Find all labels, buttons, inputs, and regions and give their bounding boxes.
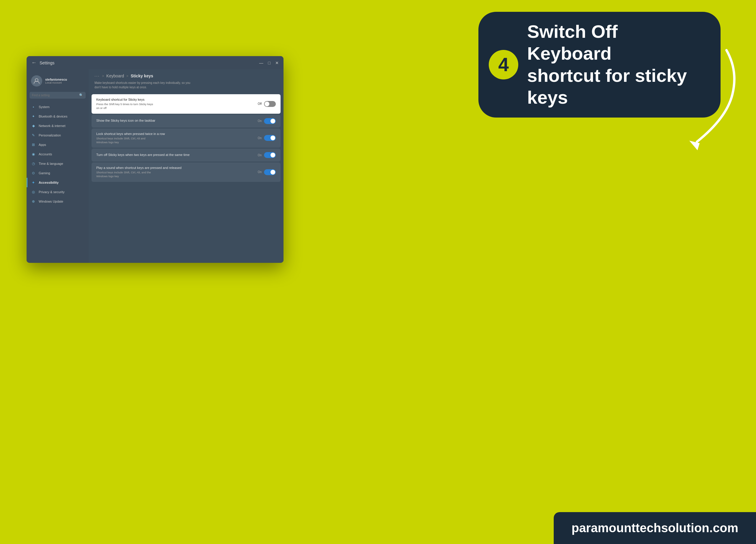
breadcrumb-active: Sticky keys: [131, 74, 153, 78]
breadcrumb: ··· > Keyboard > Sticky keys: [89, 69, 283, 81]
toggle-knob: [271, 170, 275, 175]
settings-list: Keyboard shortcut for Sticky keys Press …: [89, 94, 283, 182]
setting-title: Turn off Sticky keys when two keys are p…: [96, 153, 253, 157]
sidebar-item-bluetooth[interactable]: ✦ Bluetooth & devices: [27, 112, 89, 121]
sidebar-label: Gaming: [39, 171, 50, 175]
accounts-icon: ◉: [31, 152, 36, 157]
search-input[interactable]: [32, 94, 77, 97]
sidebar-item-windows-update[interactable]: ⊕ Windows Update: [27, 197, 89, 206]
back-button[interactable]: ←: [31, 60, 37, 66]
setting-title: Show the Sticky keys icon on the taskbar: [96, 119, 253, 122]
toggle-label: On: [258, 136, 262, 140]
window-body: stefanionescu Local Account 🔍 ▪ System ✦…: [27, 69, 283, 263]
sidebar-label: Windows Update: [39, 200, 63, 203]
user-info: stefanionescu Local Account: [45, 78, 67, 84]
arrow-decoration: [661, 47, 744, 151]
sidebar-label: Network & internet: [39, 124, 65, 128]
settings-window: ← Settings — □ ✕ stefanionescu L: [27, 56, 283, 263]
close-button[interactable]: ✕: [275, 61, 279, 65]
setting-desc: Shortcut keys include Shift, Ctrl, Alt, …: [96, 170, 253, 178]
apps-icon: ⊞: [31, 142, 36, 147]
setting-desc: Shortcut keys include Shift, Ctrl, Alt a…: [96, 136, 253, 144]
breadcrumb-sep1: >: [102, 74, 104, 78]
toggle-knob: [271, 119, 275, 123]
bluetooth-icon: ✦: [31, 114, 36, 119]
turn-off-two-keys-toggle[interactable]: [264, 152, 276, 158]
setting-text: Turn off Sticky keys when two keys are p…: [96, 153, 258, 157]
search-icon: 🔍: [79, 93, 83, 97]
setting-play-sound: Play a sound when shortcut keys are pres…: [92, 162, 281, 182]
toggle-label: On: [258, 119, 262, 123]
main-content: ··· > Keyboard > Sticky keys Make keyboa…: [89, 69, 283, 263]
sidebar-item-personalization[interactable]: ✎ Personalization: [27, 131, 89, 140]
window-controls: — □ ✕: [259, 61, 279, 65]
toggle-label: Off: [258, 102, 262, 105]
setting-lock-shortcut: Lock shortcut keys when pressed twice in…: [92, 128, 281, 148]
network-icon: ◆: [31, 123, 36, 128]
sidebar-item-system[interactable]: ▪ System: [27, 102, 89, 112]
privacy-icon: ◎: [31, 190, 36, 194]
setting-text: Show the Sticky keys icon on the taskbar: [96, 119, 258, 123]
search-box[interactable]: 🔍: [30, 92, 86, 99]
toggle-label: On: [258, 154, 262, 157]
breadcrumb-dots: ···: [95, 74, 100, 78]
setting-text: Lock shortcut keys when pressed twice in…: [96, 132, 258, 144]
lock-shortcut-toggle[interactable]: [264, 135, 276, 141]
setting-turn-off-two-keys: Turn off Sticky keys when two keys are p…: [92, 149, 281, 162]
accessibility-icon: ✦: [31, 180, 36, 185]
toggle-group: Off: [258, 101, 276, 107]
system-icon: ▪: [31, 105, 36, 109]
toggle-group: On: [258, 118, 276, 124]
toggle-knob: [265, 102, 269, 106]
watermark: paramounttechsolution.com: [554, 512, 756, 544]
toggle-group: On: [258, 169, 276, 175]
setting-desc: Press the Shift key 5 times to turn Stic…: [96, 102, 253, 110]
time-icon: ◷: [31, 161, 36, 166]
sidebar-label: Apps: [39, 143, 46, 146]
sidebar-label: Privacy & security: [39, 190, 64, 194]
sidebar-label: Bluetooth & devices: [39, 115, 67, 118]
sidebar-label: Accessibility: [39, 181, 58, 184]
sidebar-item-accounts[interactable]: ◉ Accounts: [27, 149, 89, 159]
setting-keyboard-shortcut: Keyboard shortcut for Sticky keys Press …: [92, 94, 281, 114]
sidebar-label: System: [39, 105, 50, 109]
avatar: [31, 75, 42, 87]
toggle-group: On: [258, 135, 276, 141]
setting-title: Lock shortcut keys when pressed twice in…: [96, 132, 253, 136]
play-sound-toggle[interactable]: [264, 169, 276, 175]
toggle-label: On: [258, 170, 262, 174]
sidebar-item-apps[interactable]: ⊞ Apps: [27, 140, 89, 149]
sidebar-item-network[interactable]: ◆ Network & internet: [27, 121, 89, 131]
minimize-button[interactable]: —: [259, 61, 263, 65]
breadcrumb-sep2: >: [126, 74, 128, 78]
sidebar-label: Time & language: [39, 162, 63, 165]
toggle-knob: [271, 136, 275, 140]
setting-text: Play a sound when shortcut keys are pres…: [96, 166, 258, 178]
sidebar-label: Personalization: [39, 133, 61, 137]
toggle-knob: [271, 153, 275, 157]
maximize-button[interactable]: □: [268, 61, 271, 65]
sidebar-item-privacy[interactable]: ◎ Privacy & security: [27, 187, 89, 197]
title-bar: ← Settings — □ ✕: [27, 56, 283, 69]
user-section: stefanionescu Local Account: [27, 72, 89, 92]
gaming-icon: ⊙: [31, 171, 36, 175]
sidebar-item-time[interactable]: ◷ Time & language: [27, 159, 89, 168]
personalization-icon: ✎: [31, 133, 36, 138]
sidebar-item-gaming[interactable]: ⊙ Gaming: [27, 168, 89, 178]
user-type: Local Account: [45, 81, 67, 84]
windows-update-icon: ⊕: [31, 199, 36, 204]
sidebar: stefanionescu Local Account 🔍 ▪ System ✦…: [27, 69, 89, 263]
show-icon-toggle[interactable]: [264, 118, 276, 124]
setting-show-icon: Show the Sticky keys icon on the taskbar…: [92, 115, 281, 128]
toggle-group: On: [258, 152, 276, 158]
breadcrumb-keyboard[interactable]: Keyboard: [106, 74, 124, 78]
setting-title: Play a sound when shortcut keys are pres…: [96, 166, 253, 170]
username: stefanionescu: [45, 78, 67, 81]
setting-text: Keyboard shortcut for Sticky keys Press …: [96, 98, 258, 110]
sidebar-item-accessibility[interactable]: ✦ Accessibility: [27, 178, 89, 187]
page-description: Make keyboard shortcuts easier by pressi…: [89, 81, 283, 94]
step-number: 4: [489, 50, 518, 79]
setting-title: Keyboard shortcut for Sticky keys: [96, 98, 253, 101]
window-title: Settings: [40, 61, 55, 65]
keyboard-shortcut-toggle[interactable]: [264, 101, 276, 107]
